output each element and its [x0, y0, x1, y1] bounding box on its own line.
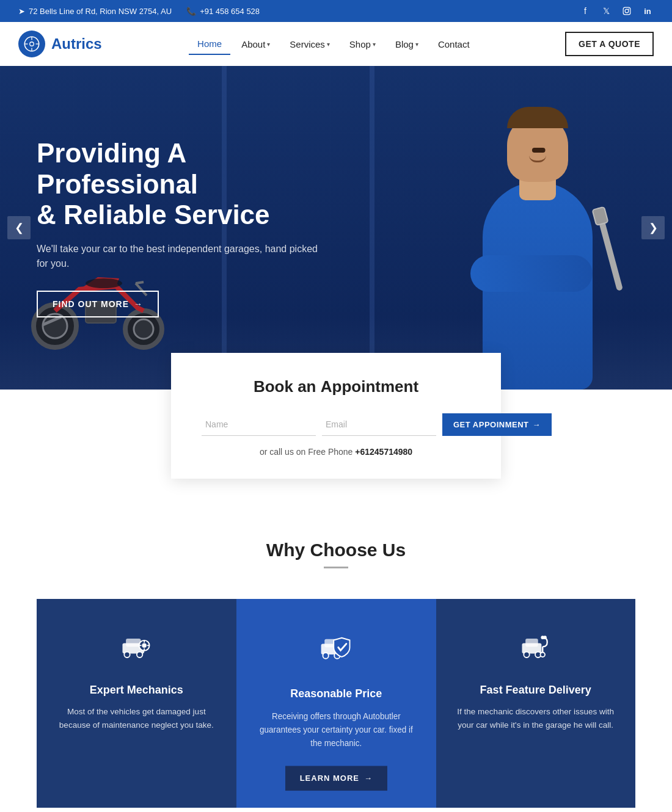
svg-point-20 [137, 652, 142, 658]
svg-rect-0 [623, 7, 630, 15]
hero-title: Providing A Professional & Reliable Serv… [37, 138, 318, 231]
svg-point-2 [628, 9, 629, 10]
top-bar: ➤ 72 Bells Line of Rd, Rion NSW 2754, AU… [0, 0, 672, 22]
phone-line: or call us on Free Phone +61245714980 [202, 447, 470, 457]
arrow-right-icon: → [134, 299, 143, 309]
feature-card-price: Reasonable Price Receiving offers throug… [236, 599, 436, 808]
mechanics-icon [55, 629, 218, 673]
hero-content: Providing A Professional & Reliable Serv… [0, 138, 354, 317]
svg-rect-32 [525, 639, 538, 647]
svg-point-19 [125, 652, 130, 658]
hero-subtitle: We'll take your car to the best independ… [37, 242, 318, 271]
delivery-desc: If the mechanic discovers other issues w… [454, 705, 617, 731]
svg-point-10 [43, 314, 67, 338]
appointment-form: GET APPOINMENT → [202, 413, 470, 436]
delivery-icon [454, 629, 617, 673]
appointment-box: Book an Appointment GET APPOINMENT → or … [171, 353, 501, 479]
section-divider [324, 567, 348, 568]
price-desc: Receiving offers through Autobutler guar… [255, 709, 418, 750]
features-grid: Expert Mechanics Most of the vehicles ge… [37, 599, 635, 808]
phone-text: +91 458 654 528 [200, 7, 260, 16]
feature-card-delivery: Fast Feature Delivery If the mechanic di… [436, 599, 635, 808]
address-item: ➤ 72 Bells Line of Rd, Rion NSW 2754, AU [18, 7, 172, 16]
hero-prev-button[interactable]: ❮ [7, 216, 31, 239]
nav-contact[interactable]: Contact [429, 34, 478, 54]
nav-blog[interactable]: Blog ▾ [387, 34, 427, 54]
why-section: Why Choose Us Expert [0, 503, 672, 808]
why-title: Why Choose Us [18, 540, 654, 560]
svg-point-22 [142, 643, 147, 648]
about-chevron: ▾ [267, 41, 270, 48]
svg-point-29 [323, 653, 328, 659]
learn-more-button[interactable]: LEARN MORE → [285, 766, 387, 791]
logo-icon [18, 31, 45, 57]
logo: Autrics [18, 31, 102, 57]
linkedin-icon[interactable]: in [641, 5, 654, 17]
twitter-icon[interactable]: 𝕏 [600, 5, 612, 17]
price-icon [255, 631, 418, 676]
phone-icon: 📞 [186, 7, 196, 16]
svg-point-36 [540, 653, 545, 658]
get-quote-button[interactable]: GET A QUOTE [565, 32, 654, 56]
nav-home[interactable]: Home [189, 34, 230, 55]
services-chevron: ▾ [327, 41, 330, 48]
svg-point-4 [30, 42, 34, 46]
appointment-title: Book an Appointment [202, 377, 470, 396]
location-icon: ➤ [18, 7, 25, 16]
social-links: f 𝕏 in [579, 5, 654, 17]
instagram-icon[interactable] [621, 5, 633, 17]
hero-section: Providing A Professional & Reliable Serv… [0, 66, 672, 390]
address-text: 72 Bells Line of Rd, Rion NSW 2754, AU [29, 7, 172, 16]
find-out-more-button[interactable]: FIND OUT MORE → [37, 291, 159, 317]
mechanics-title: Expert Mechanics [55, 684, 218, 697]
nav-services[interactable]: Services ▾ [281, 34, 338, 54]
top-bar-left: ➤ 72 Bells Line of Rd, Rion NSW 2754, AU… [18, 7, 260, 16]
phone-item: 📞 +91 458 654 528 [186, 7, 260, 16]
name-input[interactable] [202, 413, 316, 436]
arrow-icon: → [533, 420, 541, 429]
delivery-title: Fast Feature Delivery [454, 684, 617, 697]
price-title: Reasonable Price [255, 687, 418, 701]
arrow-icon: → [364, 774, 373, 783]
arrow-left-icon: ❮ [15, 221, 24, 234]
phone-number: +61245714980 [355, 447, 412, 457]
email-input[interactable] [322, 413, 436, 436]
nav-about[interactable]: About ▾ [233, 34, 279, 54]
nav-shop[interactable]: Shop ▾ [341, 34, 384, 54]
svg-point-38 [543, 636, 547, 639]
arrow-right-icon: ❯ [649, 221, 658, 234]
blog-chevron: ▾ [415, 41, 418, 48]
feature-card-mechanics: Expert Mechanics Most of the vehicles ge… [37, 599, 236, 808]
facebook-icon[interactable]: f [579, 5, 591, 17]
get-appointment-button[interactable]: GET APPOINMENT → [442, 413, 552, 436]
shop-chevron: ▾ [373, 41, 376, 48]
mechanics-desc: Most of the vehicles get damaged just be… [55, 705, 218, 731]
svg-point-12 [134, 319, 153, 339]
main-nav: Home About ▾ Services ▾ Shop ▾ Blog ▾ Co… [189, 34, 478, 55]
hero-next-button[interactable]: ❯ [641, 216, 665, 239]
header: Autrics Home About ▾ Services ▾ Shop ▾ B… [0, 22, 672, 66]
svg-point-33 [524, 652, 529, 658]
logo-text: Autrics [51, 35, 102, 53]
appointment-section: Book an Appointment GET APPOINMENT → or … [0, 353, 672, 503]
svg-point-1 [625, 9, 629, 13]
